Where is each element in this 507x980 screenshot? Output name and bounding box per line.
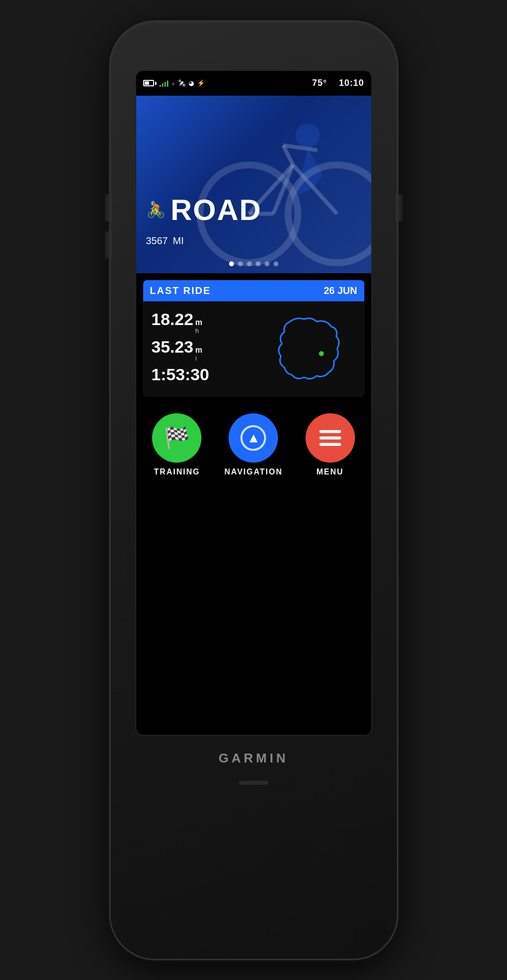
side-button-2[interactable] — [105, 231, 112, 258]
compass-icon: ▲ — [247, 430, 261, 446]
svg-point-0 — [295, 123, 320, 148]
menu-line-3 — [319, 443, 341, 446]
distance-value: 35.23 — [152, 337, 194, 357]
device-screen: ⬦ 🛰 ◕ ⚡ 75° 10:10 — [135, 70, 372, 736]
bar4 — [167, 80, 168, 87]
speed-unit-top: m — [195, 318, 202, 327]
dot-4 — [256, 261, 261, 266]
profile-name: ROAD — [171, 193, 262, 227]
training-label: TRAINING — [154, 468, 200, 476]
svg-rect-9 — [257, 309, 356, 388]
bar2 — [162, 83, 163, 87]
time-row: 1:53:30 — [152, 365, 252, 384]
last-ride-body: 18.22 m h 35.23 m i 1:53 — [143, 301, 364, 397]
profile-card[interactable]: 🚴 ROAD 3567 MI — [136, 96, 371, 273]
status-icons: ⬦ 🛰 ◕ ⚡ — [143, 79, 205, 87]
bottom-hardware-button[interactable] — [239, 781, 269, 785]
menu-button-item[interactable]: MENU — [306, 413, 355, 476]
route-map — [257, 309, 356, 388]
bar1 — [159, 85, 161, 87]
bike-profile-icon: 🚴 — [146, 200, 166, 219]
elapsed-time: 1:53:30 — [152, 365, 209, 384]
map-icon: ◕ — [189, 79, 194, 87]
side-buttons-left — [105, 194, 112, 268]
dot-3 — [247, 261, 252, 266]
last-ride-label: LAST RIDE — [150, 285, 211, 296]
training-button-item[interactable]: 🏁 TRAINING — [152, 413, 201, 476]
garmin-device: ⬦ 🛰 ◕ ⚡ 75° 10:10 — [111, 22, 397, 959]
signal-icon — [159, 80, 168, 87]
garmin-logo: GARMIN — [219, 751, 288, 766]
status-time-temp: 75° 10:10 — [312, 78, 364, 88]
distance-unit: MI — [173, 235, 184, 246]
speed-unit-bottom: h — [195, 327, 202, 334]
training-button[interactable]: 🏁 — [152, 413, 201, 463]
menu-icon — [319, 430, 341, 446]
battery-icon — [143, 80, 156, 86]
menu-button[interactable] — [306, 413, 355, 463]
last-ride-card[interactable]: LAST RIDE 26 JUN 18.22 m h 35.23 — [136, 273, 371, 403]
navigation-button-item[interactable]: ▲ NAVIGATION — [224, 413, 282, 476]
charging-icon: ⚡ — [197, 79, 205, 87]
dot-5 — [265, 261, 270, 266]
svg-point-10 — [319, 351, 324, 356]
menu-label: MENU — [316, 468, 344, 476]
navigation-button[interactable]: ▲ — [229, 413, 278, 463]
profile-info: 🚴 ROAD 3567 MI — [146, 193, 262, 249]
last-ride-date: 26 JUN — [324, 285, 357, 296]
speed-value: 18.22 — [152, 310, 194, 329]
gps-icon: 🛰 — [178, 79, 186, 87]
navigation-label: NAVIGATION — [224, 468, 282, 476]
profile-distance: 3567 MI — [146, 228, 262, 249]
time: 10:10 — [339, 78, 364, 88]
dot-6 — [273, 261, 278, 266]
distance-value: 3567 — [146, 235, 168, 246]
carousel-dots — [136, 261, 371, 266]
navigation-circle-icon: ▲ — [240, 425, 266, 451]
side-button-1[interactable] — [105, 194, 112, 221]
temperature: 75° — [312, 78, 327, 88]
menu-line-1 — [319, 430, 341, 433]
action-buttons-row: 🏁 TRAINING ▲ NAVIGATION — [136, 403, 371, 486]
dist-unit-top: m — [195, 346, 202, 355]
last-ride-header: LAST RIDE 26 JUN — [143, 280, 364, 301]
status-bar: ⬦ 🛰 ◕ ⚡ 75° 10:10 — [136, 71, 371, 96]
camera-sensor — [252, 56, 256, 60]
side-button-right-1[interactable] — [396, 194, 403, 221]
flag-icon: 🏁 — [164, 426, 190, 450]
menu-line-2 — [319, 436, 341, 439]
last-ride-stats: 18.22 m h 35.23 m i 1:53 — [152, 310, 252, 387]
speed-row: 18.22 m h — [152, 310, 252, 334]
bluetooth-icon: ⬦ — [171, 79, 175, 87]
profile-title-row: 🚴 ROAD — [146, 193, 262, 227]
dot-2 — [238, 261, 243, 266]
dot-1 — [229, 261, 234, 266]
dist-unit-bottom: i — [195, 355, 202, 362]
side-buttons-right — [396, 194, 403, 221]
distance-row: 35.23 m i — [152, 337, 252, 362]
bar3 — [164, 82, 166, 87]
